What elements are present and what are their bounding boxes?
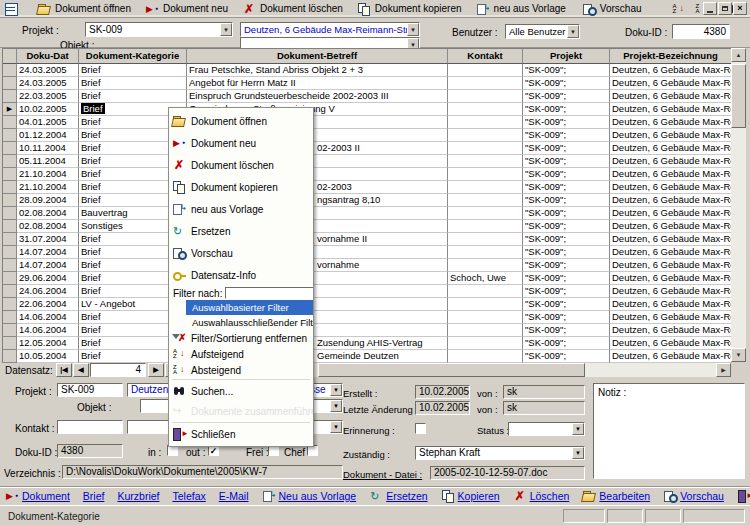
window-menu-icon[interactable] bbox=[4, 3, 19, 15]
table-row[interactable]: 22.03.2005BriefEinspruch Grundsteuerbesc… bbox=[3, 90, 731, 103]
table-row[interactable]: 22.06.2004LV - Angebot"SK-009";Deutzen, … bbox=[3, 298, 731, 311]
row-selector[interactable] bbox=[3, 77, 17, 90]
current-record-arrow-icon[interactable]: ▶ bbox=[3, 103, 17, 116]
table-row[interactable]: 28.09.2004Briefngsantrag 8,10"SK-009";De… bbox=[3, 194, 731, 207]
row-selector[interactable] bbox=[3, 233, 17, 246]
table-row[interactable]: 02.08.2004Sonstiges"SK-009";Deutzen, 6 G… bbox=[3, 220, 731, 233]
close-window-button[interactable]: × bbox=[733, 2, 747, 15]
projekt-code-combo[interactable]: SK-009▼ bbox=[85, 22, 233, 37]
link-dokument[interactable]: Dokument bbox=[5, 490, 70, 502]
chevron-down-icon[interactable]: ▼ bbox=[572, 423, 584, 435]
open-document-button[interactable]: Dokument öffnen bbox=[35, 1, 133, 17]
row-selector[interactable] bbox=[3, 272, 17, 285]
form-kontakt-field1[interactable] bbox=[57, 420, 123, 434]
link-bearbeiten[interactable]: Bearbeiten bbox=[582, 490, 650, 502]
menu-new-document[interactable]: Dokument neu bbox=[169, 132, 313, 154]
first-record-button[interactable]: |◀ bbox=[56, 363, 72, 377]
row-selector[interactable] bbox=[3, 64, 17, 77]
table-row[interactable]: 24.03.2005BriefAngebot für Herrn Matz II… bbox=[3, 77, 731, 90]
chevron-down-icon[interactable]: ▼ bbox=[330, 384, 342, 396]
menu-sort-descending[interactable]: Absteigend bbox=[169, 362, 313, 378]
chevron-down-icon[interactable]: ▼ bbox=[330, 400, 342, 412]
preview-button[interactable]: Vorschau bbox=[580, 1, 644, 17]
row-selector[interactable] bbox=[3, 207, 17, 220]
chevron-down-icon[interactable]: ▼ bbox=[567, 25, 579, 38]
link-vorschau[interactable]: Vorschau bbox=[663, 490, 724, 502]
sort-ascending-button[interactable] bbox=[670, 1, 689, 17]
table-row[interactable]: 12.05.2004BriefZusendung AHIS-Vertrag"SK… bbox=[3, 337, 731, 350]
row-selector[interactable] bbox=[3, 90, 17, 103]
row-selector[interactable] bbox=[3, 155, 17, 168]
table-row[interactable]: 21.10.2004Brief"SK-009";Deutzen, 6 Gebäu… bbox=[3, 168, 731, 181]
table-row[interactable]: 21.10.2004Brief02-2003"SK-009";Deutzen, … bbox=[3, 181, 731, 194]
row-selector[interactable] bbox=[3, 246, 17, 259]
link-neu-aus-vorlage[interactable]: Neu aus Vorlage bbox=[262, 490, 357, 502]
menu-search[interactable]: Suchen... bbox=[169, 381, 313, 401]
chevron-down-icon[interactable]: ▼ bbox=[572, 447, 584, 459]
chevron-down-icon[interactable]: ▼ bbox=[330, 421, 342, 433]
grid-header-cell[interactable]: Doku-Dat bbox=[17, 49, 79, 64]
record-number-field[interactable]: 4 bbox=[90, 363, 146, 377]
menu-close[interactable]: Schließen bbox=[169, 424, 313, 444]
next-record-button[interactable]: ▶ bbox=[148, 363, 164, 377]
previous-record-button[interactable]: ◀ bbox=[73, 363, 89, 377]
row-selector[interactable] bbox=[3, 181, 17, 194]
table-row[interactable]: 14.07.2004Briefvornahme"SK-009";Deutzen,… bbox=[3, 259, 731, 272]
link-kurzbrief[interactable]: Kurzbrief bbox=[117, 490, 159, 502]
menu-remove-filter-sort[interactable]: Filter/Sortierung entfernen bbox=[169, 330, 313, 346]
vertical-scrollbar[interactable]: ▲ ▼ bbox=[731, 48, 746, 362]
scroll-up-icon[interactable]: ▲ bbox=[731, 48, 746, 62]
form-projekt-code-field[interactable]: SK-009 bbox=[57, 383, 123, 397]
row-selector[interactable] bbox=[3, 324, 17, 337]
table-row[interactable]: 14.06.2004Brief"SK-009";Deutzen, 6 Gebäu… bbox=[3, 324, 731, 337]
benutzer-combo[interactable]: Alle Benutzer▼ bbox=[505, 24, 580, 39]
minimize-button[interactable] bbox=[703, 2, 717, 15]
projekt-name-combo[interactable]: Deutzen, 6 Gebäude Max-Reimann-Strasse▼ bbox=[240, 22, 420, 37]
table-row[interactable]: 29.06.2004BriefSchoch, Uwe"SK-009";Deutz… bbox=[3, 272, 731, 285]
menu-filter-by-selection[interactable]: Auswahlbasierter Filter bbox=[186, 300, 313, 315]
new-from-template-button[interactable]: neu aus Vorlage bbox=[474, 1, 568, 17]
menu-copy-document[interactable]: Dokument kopieren bbox=[169, 176, 313, 198]
menu-filter-for[interactable]: Filter nach: bbox=[169, 286, 313, 300]
status-combo[interactable]: ▼ bbox=[508, 422, 585, 436]
scrollbar-thumb[interactable] bbox=[318, 363, 585, 377]
grid-header-cell[interactable]: Kontakt bbox=[448, 49, 523, 64]
link-telefax[interactable]: Telefax bbox=[172, 490, 205, 502]
menu-record-info[interactable]: Datensatz-Info bbox=[169, 264, 313, 286]
menu-replace[interactable]: Ersetzen bbox=[169, 220, 313, 242]
scroll-right-icon[interactable]: ▶ bbox=[716, 363, 731, 377]
row-selector[interactable] bbox=[3, 168, 17, 181]
row-selector[interactable] bbox=[3, 259, 17, 272]
table-row[interactable]: 31.07.2004Briefvornahme II"SK-009";Deutz… bbox=[3, 233, 731, 246]
table-row[interactable]: 02.08.2004Bauvertrag"SK-009";Deutzen, 6 … bbox=[3, 207, 731, 220]
copy-document-button[interactable]: Dokument kopieren bbox=[355, 1, 464, 17]
erinnerung-checkbox[interactable] bbox=[415, 423, 426, 434]
grid-header-cell[interactable]: Projekt bbox=[523, 49, 610, 64]
table-row[interactable]: 14.07.2004Brief"SK-009";Deutzen, 6 Gebäu… bbox=[3, 246, 731, 259]
chevron-down-icon[interactable]: ▼ bbox=[407, 23, 419, 36]
link-schliessen[interactable]: Schließen bbox=[737, 490, 750, 502]
row-selector[interactable] bbox=[3, 116, 17, 129]
scrollbar-thumb[interactable] bbox=[731, 64, 746, 128]
row-selector[interactable] bbox=[3, 142, 17, 155]
link-ersetzen[interactable]: Ersetzen bbox=[369, 490, 427, 502]
menu-new-from-template[interactable]: neu aus Vorlage bbox=[169, 198, 313, 220]
table-row[interactable]: ▶10.02.2005BriefGemeinde wg. Straßenrein… bbox=[3, 103, 731, 116]
row-selector[interactable] bbox=[3, 220, 17, 233]
filter-for-input[interactable] bbox=[225, 287, 313, 299]
menu-preview[interactable]: Vorschau bbox=[169, 242, 313, 264]
table-row[interactable]: 05.11.2004Brief"SK-009";Deutzen, 6 Gebäu… bbox=[3, 155, 731, 168]
scroll-down-icon[interactable]: ▼ bbox=[731, 348, 746, 362]
table-row[interactable]: 04.01.2005Brief"SK-009";Deutzen, 6 Gebäu… bbox=[3, 116, 731, 129]
table-row[interactable]: 10.11.2004Brief02-2003 II"SK-009";Deutze… bbox=[3, 142, 731, 155]
row-selector[interactable] bbox=[3, 298, 17, 311]
grid-header-cell[interactable]: Dokument-Betreff bbox=[187, 49, 448, 64]
menu-delete-document[interactable]: Dokument löschen bbox=[169, 154, 313, 176]
restore-button[interactable] bbox=[718, 2, 732, 15]
grid-header-cell[interactable]: Dokument-Kategorie bbox=[79, 49, 187, 64]
row-selector[interactable] bbox=[3, 311, 17, 324]
chevron-down-icon[interactable]: ▼ bbox=[220, 23, 232, 36]
table-row[interactable]: 24.06.2004Brief"SK-009";Deutzen, 6 Gebäu… bbox=[3, 285, 731, 298]
menu-sort-ascending[interactable]: Aufsteigend bbox=[169, 346, 313, 362]
row-selector[interactable] bbox=[3, 129, 17, 142]
